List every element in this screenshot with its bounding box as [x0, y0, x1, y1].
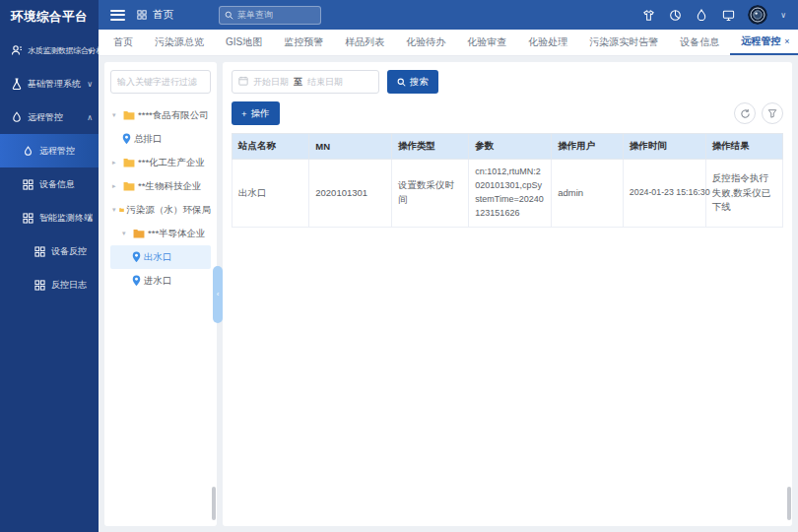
- col-site-name: 站点名称: [233, 134, 309, 160]
- col-op-time: 操作时间: [623, 134, 705, 160]
- caret-down-icon[interactable]: ▾: [112, 206, 116, 214]
- main-scrollbar[interactable]: [787, 487, 791, 520]
- operation-log-table: 站点名称 MN 操作类型 参数 操作用户 操作时间 操作结果 出水口 20201: [232, 133, 783, 228]
- cell-op-type: 设置数采仪时间: [392, 160, 469, 228]
- map-pin-icon: [132, 275, 141, 287]
- sidebar-item-label: 基础管理系统: [28, 78, 81, 91]
- log-panel: 开始日期 至 结束日期 搜索 + 操作: [223, 62, 792, 526]
- flame-icon[interactable]: [695, 8, 708, 22]
- calendar-icon: [238, 76, 248, 88]
- sidebar-item-label: 智能监测终端: [39, 212, 93, 225]
- map-pin-icon: [122, 133, 131, 145]
- grid-icon: [22, 178, 34, 191]
- chevron-down-icon[interactable]: ∨: [780, 11, 786, 20]
- tree-filter-input[interactable]: [110, 70, 211, 94]
- topbar: 首页: [99, 0, 798, 30]
- col-mn: MN: [309, 134, 392, 160]
- sidebar-item-water-quality-analysis[interactable]: 水质监测数据综合分析 ∨: [0, 33, 99, 67]
- end-date-placeholder: 结束日期: [307, 76, 343, 89]
- tree-node-label: ***半导体企业: [148, 228, 206, 240]
- folder-icon: [123, 158, 135, 167]
- folder-icon: [123, 110, 135, 120]
- tree-node-label: ****食品有限公司: [138, 109, 209, 122]
- cell-site-name: 出水口: [233, 160, 309, 228]
- tab-lab-process[interactable]: 化验处理: [517, 30, 578, 55]
- folder-icon: [133, 229, 145, 238]
- menu-collapse-icon[interactable]: [110, 10, 125, 21]
- cell-op-time: 2024-01-23 15:16:30: [623, 160, 705, 228]
- cell-mn: 2020101301: [309, 160, 392, 228]
- table-tools: [734, 102, 783, 124]
- close-icon[interactable]: ×: [784, 36, 789, 46]
- sidebar-item-remote-control-group[interactable]: 远程管控 ∧: [0, 100, 99, 134]
- tab-pollution-overview[interactable]: 污染源总览: [144, 30, 215, 55]
- flask-icon: [10, 78, 23, 91]
- tree-node-outlet[interactable]: 出水口: [110, 245, 211, 269]
- chevron-up-icon: ∧: [87, 214, 93, 223]
- tab-home[interactable]: 首页: [102, 30, 144, 55]
- caret-down-icon[interactable]: ▾: [112, 111, 120, 119]
- sidebar-item-label: 设备反控: [51, 245, 87, 258]
- site-tree: ▾ ****食品有限公司 总排口 ▸ ***化工生产企业 ▸: [110, 103, 211, 293]
- tab-device-info[interactable]: 设备信息: [669, 30, 730, 55]
- home-grid-icon: [135, 8, 149, 22]
- tree-node-water-epa[interactable]: ▾ 污染源（水）环保局: [110, 198, 211, 222]
- tree-node-main-outlet[interactable]: 总排口: [110, 127, 211, 151]
- caret-right-icon[interactable]: ▸: [112, 182, 120, 190]
- grid-icon: [22, 212, 34, 225]
- tab-lab-todo[interactable]: 化验待办: [395, 30, 456, 55]
- tab-remote-control[interactable]: 远程管控 ×: [730, 30, 798, 55]
- sidebar-item-remote-control[interactable]: 远程管控: [0, 134, 99, 167]
- sidebar-item-device-reverse-control[interactable]: 设备反控: [0, 234, 99, 268]
- sidebar: 环境综合平台 水质监测数据综合分析 ∨ 基础管理系统 ∨ 远程管控 ∧: [0, 0, 99, 532]
- cell-op-result: 反控指令执行失败,数采仪已下线: [705, 160, 782, 228]
- col-params: 参数: [469, 134, 552, 160]
- menu-search-box[interactable]: [219, 6, 321, 25]
- breadcrumb[interactable]: 首页: [135, 8, 173, 22]
- chevron-up-icon: ∧: [87, 113, 93, 122]
- tree-node-label: 出水口: [144, 251, 172, 264]
- tab-sample-list[interactable]: 样品列表: [334, 30, 395, 55]
- operation-toolbar: + 操作: [232, 101, 783, 125]
- caret-right-icon[interactable]: ▸: [112, 159, 120, 166]
- search-button[interactable]: 搜索: [387, 70, 438, 94]
- search-icon: [225, 6, 233, 24]
- tab-realtime-alarm[interactable]: 污染源实时告警: [578, 30, 669, 55]
- tab-gis-map[interactable]: GIS地图: [215, 30, 273, 55]
- sidebar-item-basic-management[interactable]: 基础管理系统 ∨: [0, 67, 99, 100]
- col-op-user: 操作用户: [552, 134, 624, 160]
- theme-shirt-icon[interactable]: [641, 8, 655, 22]
- tab-monitor-warning[interactable]: 监控预警: [273, 30, 334, 55]
- panel-collapse-handle[interactable]: ‹: [213, 266, 223, 323]
- sidebar-item-label: 反控日志: [51, 279, 87, 292]
- search-toolbar: 开始日期 至 结束日期 搜索: [232, 70, 783, 94]
- operation-button[interactable]: + 操作: [232, 101, 280, 125]
- avatar[interactable]: [748, 5, 767, 25]
- tree-node-label: 总排口: [134, 133, 163, 146]
- sidebar-item-device-info[interactable]: 设备信息: [0, 167, 99, 201]
- refresh-icon[interactable]: [734, 102, 756, 124]
- tree-node-label: ***化工生产企业: [138, 157, 205, 169]
- menu-search-input[interactable]: [237, 10, 315, 20]
- droplet-icon: [22, 145, 34, 158]
- app-title: 环境综合平台: [0, 0, 99, 33]
- caret-down-icon[interactable]: ▾: [122, 230, 130, 237]
- pie-chart-icon[interactable]: [668, 8, 682, 22]
- table-row[interactable]: 出水口 2020101301 设置数采仪时间 cn:1012,rtuMN:202…: [233, 160, 783, 228]
- sidebar-item-smart-terminal[interactable]: 智能监测终端 ∧: [0, 201, 99, 234]
- grid-icon: [33, 279, 46, 292]
- topbar-actions: ∨: [641, 5, 786, 25]
- tab-lab-review[interactable]: 化验审查: [456, 30, 517, 55]
- tree-node-semiconductor-company[interactable]: ▾ ***半导体企业: [110, 222, 211, 245]
- monitor-icon[interactable]: [721, 8, 735, 22]
- column-settings-icon[interactable]: [762, 102, 783, 124]
- tree-node-food-company[interactable]: ▾ ****食品有限公司: [110, 103, 211, 127]
- sidebar-item-reverse-control-log[interactable]: 反控日志: [0, 268, 99, 301]
- tree-node-label: 进水口: [144, 275, 172, 288]
- tree-node-biotech-company[interactable]: ▸ **生物科技企业: [110, 174, 211, 198]
- tree-node-chemical-company[interactable]: ▸ ***化工生产企业: [110, 151, 211, 174]
- main-column: 首页: [99, 0, 798, 532]
- date-range-picker[interactable]: 开始日期 至 结束日期: [232, 70, 379, 94]
- tree-scrollbar[interactable]: [212, 487, 216, 520]
- tree-node-inlet[interactable]: 进水口: [110, 269, 211, 293]
